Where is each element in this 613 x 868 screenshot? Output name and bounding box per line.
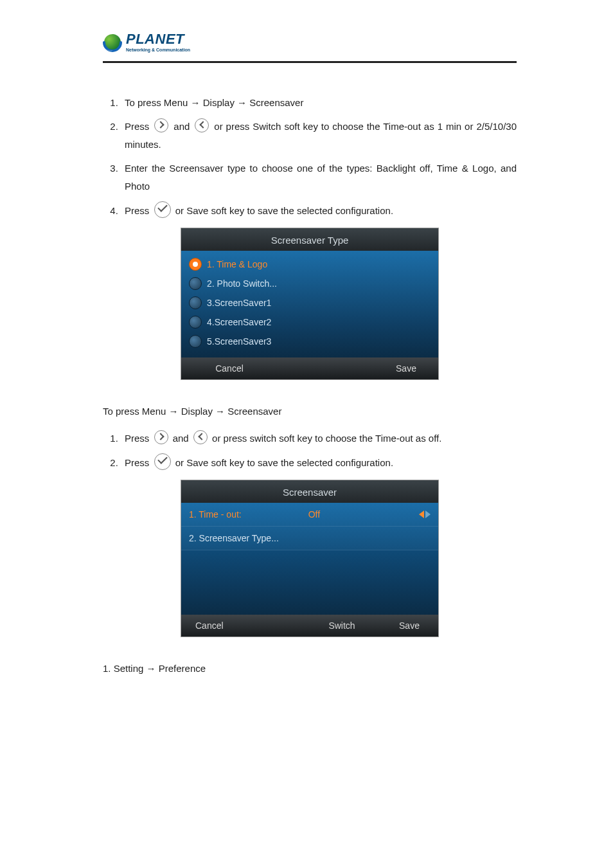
section2-steps: Press and or press switch soft key to ch… xyxy=(103,429,517,472)
option-time-and-logo[interactable]: 1. Time & Logo xyxy=(181,255,438,274)
step-3-text: Enter the Screensaver type to choose one… xyxy=(125,163,517,192)
radio-icon xyxy=(189,316,202,329)
softkey-switch[interactable]: Switch xyxy=(303,615,380,637)
option-label: 1. Time & Logo xyxy=(207,259,267,269)
section1-steps: To press Menu → Display → Screensaver Pr… xyxy=(103,94,517,220)
softkey-spacer xyxy=(278,357,374,379)
step-4: Press or Save soft key to save the selec… xyxy=(121,201,517,221)
chevron-left-icon xyxy=(195,118,209,132)
screensaver-title: Screensaver xyxy=(181,480,438,503)
option-screensaver2[interactable]: 4.ScreenSaver2 xyxy=(181,312,438,332)
option-label: 5.ScreenSaver3 xyxy=(207,336,271,347)
section2-intro: To press Menu → Display → Screensaver xyxy=(103,406,517,417)
option-screensaver1[interactable]: 3.ScreenSaver1 xyxy=(181,293,438,312)
chevron-right-icon xyxy=(154,118,168,132)
step-4-text: Press or Save soft key to save the selec… xyxy=(125,205,393,216)
time-out-row[interactable]: 1. Time - out: Off xyxy=(181,503,438,527)
left-right-arrows-icon xyxy=(419,511,431,518)
step-1: To press Menu → Display → Screensaver xyxy=(121,94,517,113)
screensaver-type-row[interactable]: 2. Screensaver Type... xyxy=(181,527,438,550)
option-screensaver3[interactable]: 5.ScreenSaver3 xyxy=(181,332,438,351)
time-out-value: Off xyxy=(308,509,352,520)
chevron-left-icon xyxy=(193,430,208,444)
check-circle-icon xyxy=(154,201,171,218)
step-3: Enter the Screensaver type to choose one… xyxy=(121,159,517,196)
radio-icon xyxy=(189,296,202,309)
radio-icon xyxy=(189,335,202,348)
step-2-text: Press and or press Switch soft key to ch… xyxy=(125,121,517,150)
option-photo-switch[interactable]: 2. Photo Switch... xyxy=(181,274,438,293)
option-label: 4.ScreenSaver2 xyxy=(207,317,271,327)
radio-selected-icon xyxy=(189,258,202,271)
step-2: Press and or press Switch soft key to ch… xyxy=(121,118,517,154)
brand-tagline: Networking & Communication xyxy=(126,48,190,52)
softkey-save[interactable]: Save xyxy=(374,357,438,379)
step2-2-text: Press or Save soft key to save the selec… xyxy=(125,457,393,468)
brand-name: PLANET xyxy=(126,32,190,46)
time-out-label: 1. Time - out: xyxy=(189,509,242,520)
step2-1-text: Press and or press switch soft key to ch… xyxy=(125,433,441,444)
softkey-cancel[interactable]: Cancel xyxy=(181,615,303,637)
check-circle-icon xyxy=(154,453,171,470)
screensaver-type-title: Screensaver Type xyxy=(181,228,438,251)
header-divider xyxy=(103,61,517,63)
globe-icon xyxy=(103,33,122,52)
step2-2: Press or Save soft key to save the selec… xyxy=(121,453,517,473)
screensaver-type-label: 2. Screensaver Type... xyxy=(189,533,279,543)
setting-preference-line: 1. Setting → Preference xyxy=(103,663,517,674)
chevron-right-icon xyxy=(154,430,168,444)
brand-logo: PLANET Networking & Communication xyxy=(103,32,517,52)
radio-icon xyxy=(189,277,202,290)
step-1-text: To press Menu → Display → Screensaver xyxy=(125,97,303,108)
step2-1: Press and or press switch soft key to ch… xyxy=(121,429,517,448)
screensaver-screenshot: Screensaver 1. Time - out: Off 2. Screen… xyxy=(181,480,439,637)
screensaver-type-screenshot: Screensaver Type 1. Time & Logo 2. Photo… xyxy=(181,228,439,380)
softkey-save[interactable]: Save xyxy=(380,615,438,637)
option-label: 2. Photo Switch... xyxy=(207,278,277,289)
softkey-cancel[interactable]: Cancel xyxy=(181,357,278,379)
screensaver-type-options: 1. Time & Logo 2. Photo Switch... 3.Scre… xyxy=(181,251,438,357)
option-label: 3.ScreenSaver1 xyxy=(207,298,271,308)
